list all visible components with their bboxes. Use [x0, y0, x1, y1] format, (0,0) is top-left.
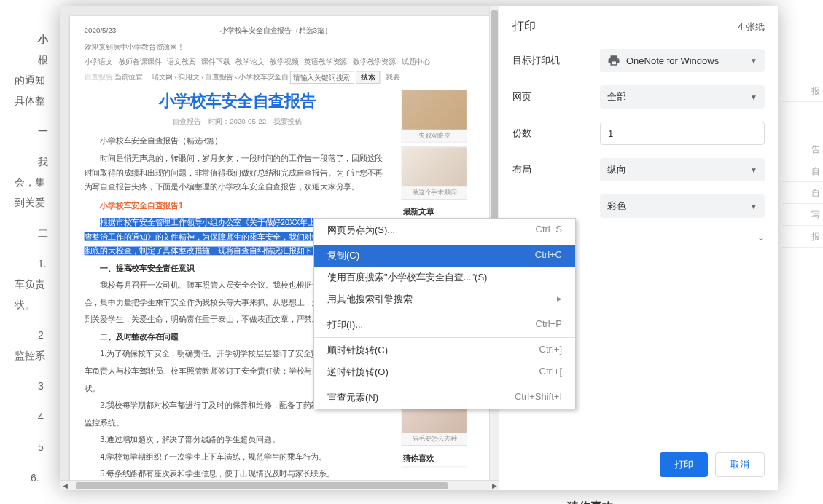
- copies-input[interactable]: [600, 122, 765, 145]
- context-menu: 网页另存为(S)...Ctrl+S 复制(C)Ctrl+C 使用百度搜索"小学校…: [313, 218, 576, 409]
- pages-select[interactable]: 全部▼: [600, 85, 765, 109]
- preview-hscrollbar[interactable]: ◀ ▶: [60, 480, 499, 490]
- layout-select[interactable]: 纵向▼: [600, 158, 765, 181]
- preview-search-btn: 搜索: [356, 71, 380, 84]
- preview-meta: 自查报告 时间：2020-05-22 我要投稿: [85, 117, 390, 127]
- chevron-down-icon: ▼: [750, 57, 757, 65]
- copies-label: 份数: [512, 127, 600, 140]
- chevron-down-icon: ⌄: [757, 232, 765, 243]
- preview-search-input: [290, 71, 354, 84]
- layout-label: 布局: [512, 163, 600, 176]
- ctx-save-as[interactable]: 网页另存为(S)...Ctrl+S: [314, 219, 575, 241]
- scroll-left-icon[interactable]: ◀: [60, 481, 70, 491]
- sheet-count: 4 张纸: [738, 20, 765, 34]
- scroll-thumb[interactable]: [76, 482, 448, 489]
- ctx-baidu-search[interactable]: 使用百度搜索"小学校车安全自查..."(S): [314, 267, 575, 288]
- chevron-down-icon: ▼: [750, 93, 757, 101]
- cancel-button[interactable]: 取消: [715, 452, 765, 477]
- destination-select[interactable]: OneNote for Windows ▼: [600, 49, 765, 72]
- ctx-rotate-ccw[interactable]: 逆时针旋转(O)Ctrl+[: [314, 361, 575, 383]
- preview-welcome: 欢迎来到原中小学教育资源网！: [85, 42, 467, 52]
- preview-top-title: 小学校车安全自查报告（精选3篇）: [85, 25, 467, 36]
- panel-title: 打印: [512, 19, 536, 34]
- chevron-right-icon: ▸: [557, 293, 562, 306]
- dest-label: 目标打印机: [512, 54, 600, 67]
- ctx-other-search[interactable]: 用其他搜索引擎搜索▸: [314, 288, 575, 310]
- ctx-rotate-cw[interactable]: 顺时针旋转(C)Ctrl+]: [314, 339, 575, 361]
- ctx-inspect[interactable]: 审查元素(N)Ctrl+Shift+I: [314, 387, 575, 409]
- chevron-down-icon: ▼: [750, 166, 757, 174]
- preview-h1: 小学校车安全自查报告: [85, 91, 390, 112]
- print-button[interactable]: 打印: [660, 452, 708, 477]
- printer-icon: [607, 54, 620, 67]
- preview-date: 2020/5/23: [85, 26, 117, 34]
- chevron-down-icon: ▼: [750, 202, 757, 210]
- pages-label: 网页: [512, 90, 600, 103]
- ctx-copy[interactable]: 复制(C)Ctrl+C: [314, 245, 575, 267]
- right-edge-clips: 报 告 自 自 写 报: [782, 0, 823, 504]
- preview-breadcrumb: 自查报告 当前位置： 瑞文网› 实用文› 自查报告› 小学校车安全自 搜索 我要: [85, 71, 467, 84]
- ctx-print[interactable]: 打印(I)...Ctrl+P: [314, 314, 575, 336]
- preview-nav: 小学语文教师备课课件语文教案课件下载教学论文教学视频英语教学资源数学教学资源试题…: [85, 57, 467, 67]
- scroll-right-icon[interactable]: ▶: [489, 481, 499, 491]
- color-select[interactable]: 彩色▼: [600, 194, 765, 218]
